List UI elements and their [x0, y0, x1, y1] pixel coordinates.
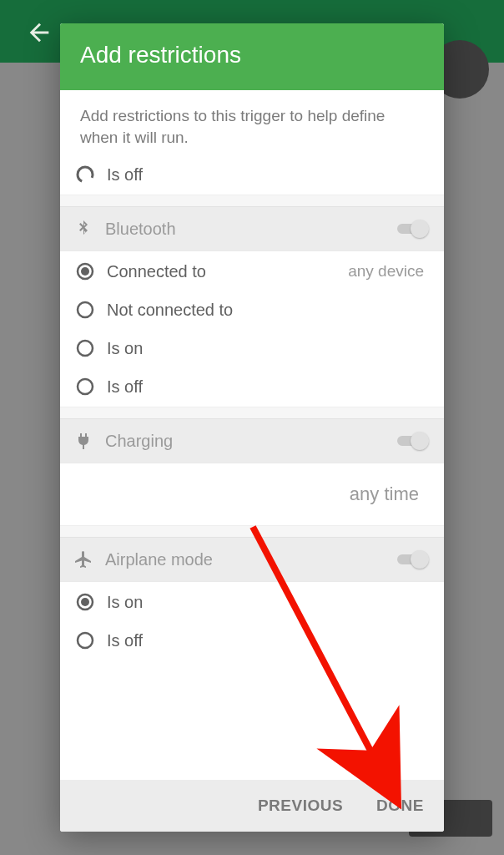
svg-point-5 [81, 306, 89, 314]
section-header-charging[interactable]: Charging [60, 418, 444, 463]
section-title: Charging [105, 432, 386, 451]
radio-option-is-off-partial[interactable]: Is off [60, 154, 444, 195]
option-label: Is off [107, 165, 431, 185]
radio-option-not-connected-to[interactable]: Not connected to [60, 291, 444, 330]
svg-point-1 [81, 170, 89, 179]
toggle-switch[interactable] [397, 432, 431, 450]
toggle-switch[interactable] [397, 220, 431, 238]
airplane-icon [73, 549, 93, 569]
radio-checked-icon [75, 592, 95, 612]
section-title: Airplane mode [105, 550, 386, 569]
svg-point-13 [81, 636, 89, 645]
dialog-body: Add restrictions to this trigger to help… [60, 90, 444, 780]
section-header-airplane[interactable]: Airplane mode [60, 537, 444, 582]
dialog-actions: PREVIOUS DONE [60, 780, 444, 832]
option-label: Is on [107, 339, 431, 358]
radio-unchecked-icon [75, 300, 95, 320]
svg-point-7 [81, 344, 89, 352]
option-label: Is off [107, 377, 431, 397]
toggle-switch[interactable] [397, 550, 431, 569]
previous-button[interactable]: PREVIOUS [258, 797, 343, 815]
radio-option-connected-to[interactable]: Connected to any device [60, 251, 444, 291]
dialog-title: Add restrictions [60, 23, 444, 90]
section-gap [60, 525, 444, 537]
radio-unchecked-icon [75, 338, 95, 358]
section-title: Bluetooth [105, 220, 386, 239]
section-gap [60, 195, 444, 206]
bluetooth-icon [73, 219, 93, 239]
radio-unchecked-icon [75, 377, 95, 397]
dialog-intro: Add restrictions to this trigger to help… [60, 90, 444, 154]
option-label: Is off [107, 631, 431, 650]
svg-point-9 [81, 382, 89, 391]
svg-point-11 [81, 598, 89, 606]
option-note: any device [348, 262, 431, 281]
svg-point-3 [81, 267, 89, 276]
radio-option-airplane-is-off[interactable]: Is off [60, 622, 444, 660]
section-header-bluetooth[interactable]: Bluetooth [60, 206, 444, 251]
radio-unchecked-icon [75, 164, 95, 185]
add-restrictions-dialog: Add restrictions Add restrictions to thi… [60, 23, 444, 832]
plug-icon [73, 431, 93, 451]
option-label: Is on [107, 593, 431, 612]
section-gap [60, 407, 444, 418]
charging-note: any time [60, 463, 444, 525]
radio-option-airplane-is-on[interactable]: Is on [60, 582, 444, 622]
option-label: Not connected to [107, 301, 431, 320]
radio-option-is-on[interactable]: Is on [60, 330, 444, 368]
radio-checked-icon [75, 261, 95, 281]
radio-option-is-off[interactable]: Is off [60, 368, 444, 407]
option-label: Connected to [107, 262, 336, 281]
radio-unchecked-icon [75, 630, 95, 650]
done-button[interactable]: DONE [376, 797, 424, 815]
back-arrow-icon [25, 18, 53, 50]
